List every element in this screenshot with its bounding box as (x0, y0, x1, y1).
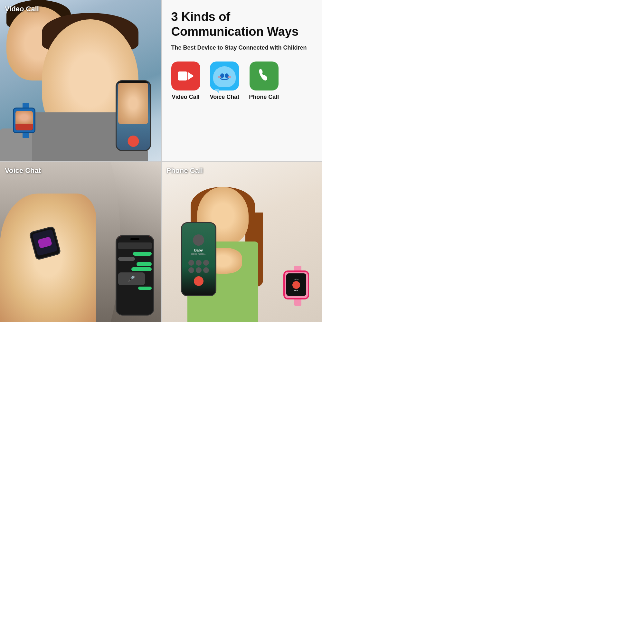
watch-screen (15, 111, 33, 130)
keypad-button[interactable] (196, 260, 202, 266)
cell-video-call: Video Call (0, 0, 161, 161)
chat-voice-msg: 🎤 (118, 272, 145, 285)
phone-icon-svg (256, 68, 272, 84)
chat-msg-4 (131, 267, 151, 271)
call-contact-name: Baby (194, 248, 203, 252)
smartwatch-video-call (13, 103, 39, 135)
cell-info-panel: 3 Kinds of Communication Ways The Best D… (162, 0, 322, 161)
cute-cheek-right (228, 76, 231, 78)
svg-rect-0 (178, 71, 187, 81)
watch-strap-top (23, 103, 29, 108)
cute-face-bubble (213, 66, 236, 87)
svg-marker-1 (188, 72, 194, 80)
watch-strap-bottom (23, 133, 29, 138)
video-call-icon-label: Video Call (172, 94, 200, 100)
video-switch-button[interactable] (196, 267, 202, 273)
phone-call-icon-label: Phone Call (249, 94, 279, 100)
pink-strap-top (294, 266, 301, 270)
add-call-button[interactable] (188, 267, 194, 273)
chat-msg-1 (133, 252, 151, 256)
arm-shape (0, 194, 96, 322)
video-call-label: Video Call (5, 5, 39, 13)
chat-msg-3 (137, 262, 152, 266)
pink-watch-contact: MOM (294, 289, 298, 291)
pink-watch-avatar (292, 281, 300, 289)
chat-bubble-watch (38, 236, 52, 248)
watch-body (13, 108, 35, 133)
pink-calling-text: calling (294, 278, 298, 280)
phone-voice-chat: 🎤 (116, 235, 154, 316)
phone-video-call (116, 80, 151, 151)
call-action-buttons-2 (188, 267, 209, 273)
main-grid: Video Call 3 Kinds of Communication Ways… (0, 0, 322, 322)
pink-watch-screen: calling MOM (286, 273, 306, 296)
contacts-button[interactable] (203, 267, 209, 273)
icon-item-video: Video Call (171, 62, 200, 100)
voice-chat-label: Voice Chat (5, 166, 41, 175)
icon-item-phone: Phone Call (249, 62, 279, 100)
smartwatch-pink: calling MOM (283, 266, 312, 306)
cell-phone-call: Baby calling mobile... ca (162, 162, 322, 322)
phone-call-app-icon[interactable] (250, 62, 279, 90)
chat-msg-5 (138, 287, 152, 290)
cell-voice-chat: 🎤 Voice Chat (0, 162, 161, 322)
call-status-text: calling mobile... (191, 253, 206, 255)
info-title: 3 Kinds of Communication Ways (171, 10, 313, 39)
voice-chat-icon-label: Voice Chat (210, 94, 240, 100)
call-screen-content: Baby calling mobile... (182, 223, 215, 295)
video-call-app-icon[interactable] (171, 62, 200, 90)
voice-chat-app-icon[interactable] (210, 62, 239, 90)
chat-header-bar (118, 242, 152, 249)
watch-face-display (15, 111, 33, 124)
phone-face-display (118, 83, 148, 124)
phone-screen (117, 83, 150, 151)
phone-screen-voice: 🎤 (117, 236, 153, 315)
call-avatar (193, 234, 204, 246)
pink-watch-body: calling MOM (283, 270, 309, 299)
video-icon-svg (178, 70, 194, 82)
phone-call-display-device: Baby calling mobile... (181, 222, 216, 296)
mic-icon: 🎤 (128, 275, 135, 282)
watch-screen-arm (32, 229, 58, 256)
phone-call-label: Phone Call (166, 166, 203, 175)
end-call-button-main[interactable] (194, 276, 204, 286)
mute-button[interactable] (188, 260, 194, 266)
speaker-button[interactable] (203, 260, 209, 266)
call-action-buttons (188, 260, 209, 266)
phone-notch2 (130, 238, 139, 240)
end-call-button[interactable] (128, 136, 139, 147)
pink-strap-bottom (294, 299, 301, 306)
cute-tail (215, 89, 219, 93)
icon-item-voice: Voice Chat (210, 62, 240, 100)
watch-red-band (15, 124, 33, 130)
chat-messages-area: 🎤 (117, 236, 153, 315)
chat-msg-2 (118, 257, 135, 261)
communication-icons-row: Video Call Voice Chat (171, 62, 313, 100)
info-subtitle: The Best Device to Stay Connected with C… (171, 44, 313, 52)
